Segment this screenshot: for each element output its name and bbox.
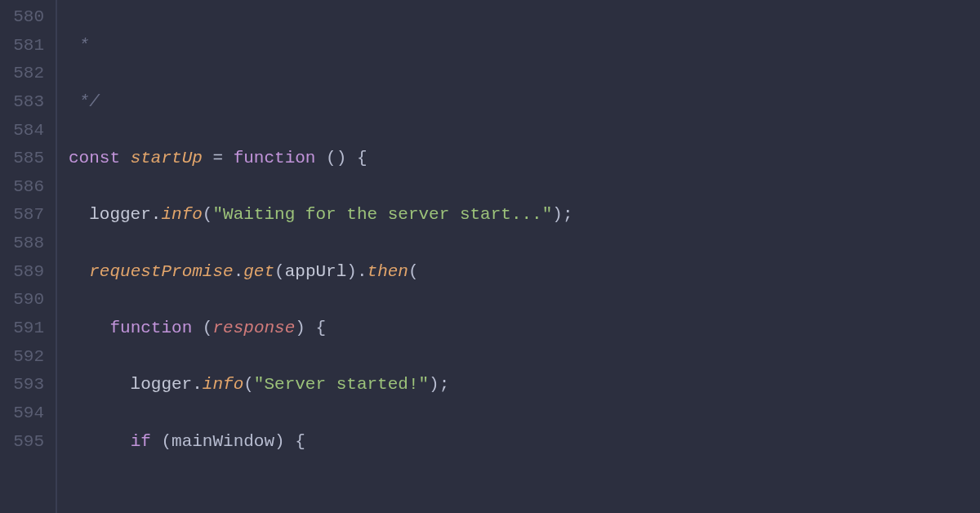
line-number: 586 xyxy=(7,173,44,202)
line-number: 580 xyxy=(7,3,44,32)
code-line[interactable]: logger.info("Server started!"); xyxy=(69,371,980,399)
line-number: 590 xyxy=(7,286,44,314)
line-number: 589 xyxy=(7,258,44,287)
line-number: 588 xyxy=(7,230,44,258)
code-line[interactable]: function (response) { xyxy=(69,314,980,343)
line-number: 591 xyxy=(7,314,44,343)
line-number: 581 xyxy=(7,32,44,60)
line-number-gutter: 580 581 582 583 584 585 586 587 588 589 … xyxy=(0,0,56,513)
line-number: 593 xyxy=(7,371,44,399)
line-number: 594 xyxy=(7,399,44,428)
line-number: 587 xyxy=(7,201,44,230)
code-line[interactable]: logger.info("Waiting for the server star… xyxy=(69,201,980,230)
line-number: 582 xyxy=(7,60,44,88)
code-line[interactable]: const startUp = function () { xyxy=(69,145,980,173)
code-editor[interactable]: 580 581 582 583 584 585 586 587 588 589 … xyxy=(0,0,980,513)
line-number: 584 xyxy=(7,117,44,145)
line-number: 583 xyxy=(7,88,44,117)
code-line[interactable] xyxy=(69,484,980,513)
line-number: 592 xyxy=(7,343,44,372)
code-area[interactable]: * */ const startUp = function () { logge… xyxy=(57,0,980,513)
code-line[interactable]: * xyxy=(69,32,980,60)
code-line[interactable]: if (mainWindow) { xyxy=(69,428,980,457)
code-line[interactable]: */ xyxy=(69,88,980,117)
line-number: 595 xyxy=(7,428,44,457)
code-line[interactable]: requestPromise.get(appUrl).then( xyxy=(69,258,980,287)
line-number: 585 xyxy=(7,145,44,173)
